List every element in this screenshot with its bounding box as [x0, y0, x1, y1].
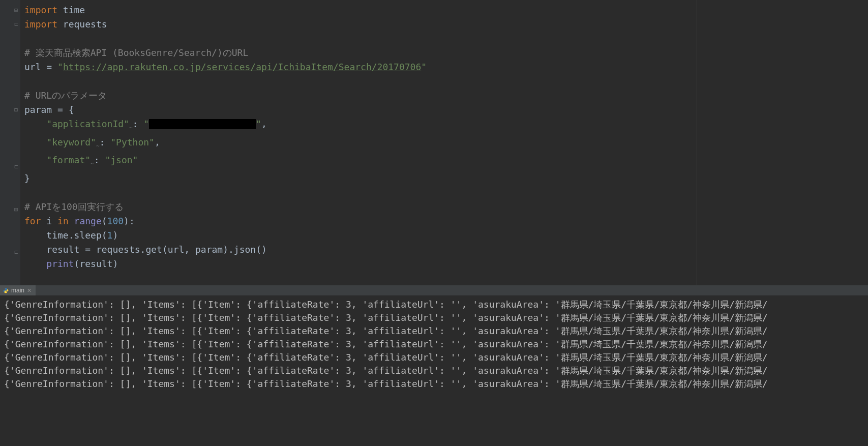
code-line[interactable]: # 楽天商品検索API (BooksGenre/Search/)のURL — [24, 46, 868, 60]
code-line[interactable]: time.sleep(1) — [24, 228, 868, 243]
run-tab-label: main — [11, 287, 24, 294]
code-line[interactable] — [24, 74, 868, 88]
fold-toggle-icon[interactable]: ⊟ — [14, 103, 18, 117]
run-tool-tab-bar: main ✕ — [0, 285, 868, 296]
fold-toggle-icon[interactable]: ⊏ — [14, 245, 18, 259]
run-tab-main[interactable]: main ✕ — [0, 285, 36, 295]
code-line[interactable] — [24, 32, 868, 46]
fold-toggle-icon[interactable]: ⊟ — [14, 3, 18, 17]
code-line[interactable]: "format"~: "json" — [24, 153, 868, 171]
close-icon[interactable]: ✕ — [27, 287, 32, 294]
code-line[interactable]: "applicationId"~: "", — [24, 117, 868, 135]
code-line[interactable]: import requests — [24, 17, 868, 32]
fold-toggle-icon[interactable]: ⊟ — [14, 202, 18, 217]
code-line[interactable]: print(result) — [24, 257, 868, 271]
fold-toggle-icon[interactable]: ⊏ — [14, 160, 18, 174]
code-line[interactable] — [24, 271, 868, 285]
code-line[interactable] — [24, 186, 868, 200]
code-line[interactable]: # URLのパラメータ — [24, 88, 868, 103]
code-area[interactable]: import timeimport requests # 楽天商品検索API (… — [20, 0, 868, 285]
code-line[interactable]: # APIを100回実行する — [24, 200, 868, 214]
editor-gutter: ⊟⊏⊟⊏⊟⊏ — [0, 0, 20, 285]
code-line[interactable]: result = requests.get(url, param).json() — [24, 243, 868, 257]
code-line[interactable]: } — [24, 171, 868, 186]
python-file-icon — [3, 288, 9, 293]
code-line[interactable]: param = { — [24, 103, 868, 117]
run-console-output[interactable]: {'GenreInformation': [], 'Items': [{'Ite… — [0, 296, 868, 446]
code-line[interactable]: for i in range(100): — [24, 214, 868, 228]
code-editor[interactable]: ⊟⊏⊟⊏⊟⊏ import timeimport requests # 楽天商品… — [0, 0, 868, 285]
code-line[interactable]: import time — [24, 3, 868, 17]
code-line[interactable]: url = "https://app.rakuten.co.jp/service… — [24, 60, 868, 74]
right-margin-guide — [697, 0, 697, 285]
fold-toggle-icon[interactable]: ⊏ — [14, 17, 18, 32]
code-line[interactable]: "keyword"~: "Python", — [24, 135, 868, 154]
